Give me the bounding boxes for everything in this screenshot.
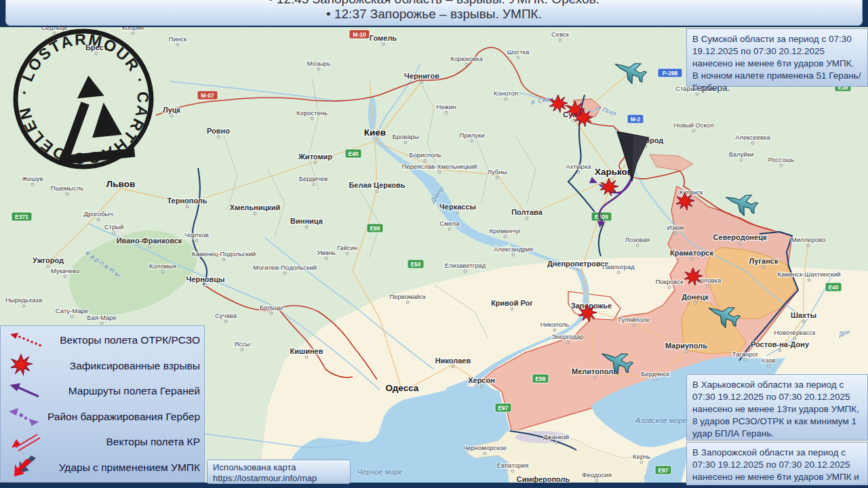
city-label: Черкассы xyxy=(439,203,476,211)
city-label: Бердянск xyxy=(641,370,669,378)
city-label: Лозовая xyxy=(625,236,650,243)
geo-label: Азовское море xyxy=(635,416,687,424)
city-label: Северодонецк xyxy=(713,233,767,241)
city-label: Новый Оскол xyxy=(674,121,714,129)
city-label: Валуйки xyxy=(729,150,754,158)
city-dot xyxy=(505,98,507,100)
otrk-vector-icon xyxy=(3,328,45,352)
city-dot xyxy=(448,228,451,230)
city-dot xyxy=(744,359,747,361)
city-label: Чернигов xyxy=(404,72,439,80)
info-box-zaporizhzhia: В Запорожской области за период с 07:30 … xyxy=(686,442,868,485)
city-dot xyxy=(22,304,25,307)
city-label: Днепропетровск xyxy=(547,260,609,268)
city-label: Николаев xyxy=(435,357,471,365)
legend-label: Векторы полета ОТРК/РСЗО xyxy=(45,334,200,346)
city-dot xyxy=(113,231,115,234)
city-dot xyxy=(668,286,671,289)
city-dot xyxy=(424,159,427,162)
city-label: Бровары xyxy=(392,133,418,140)
city-dot xyxy=(640,461,643,464)
city-dot xyxy=(674,232,677,235)
city-label: Бая-Маре xyxy=(87,314,117,321)
city-dot xyxy=(47,265,50,268)
legend-item-gerbera: Район барражирования Гербер xyxy=(3,405,200,428)
city-label: Сучава xyxy=(215,312,237,319)
city-label: Мукачево xyxy=(51,267,80,274)
city-dot xyxy=(692,129,695,132)
kr-vector-icon xyxy=(3,429,45,455)
city-label: Покровск xyxy=(656,278,684,285)
city-label: Кременчуг xyxy=(490,227,521,235)
road-badge-label: Е97 xyxy=(658,467,668,474)
city-label: Симферополь xyxy=(517,475,570,483)
legend-label: Маршруты полета Гераней xyxy=(45,385,200,397)
city-dot xyxy=(694,302,696,304)
city-dot xyxy=(170,115,173,117)
city-label: Мариуполь xyxy=(665,342,707,350)
city-label: Гайсин xyxy=(337,244,358,251)
city-dot xyxy=(305,356,308,359)
city-label: Конотоп xyxy=(494,89,518,97)
city-label: Яссы xyxy=(234,340,250,348)
city-dot xyxy=(305,226,308,228)
info-box-kharkiv-text: В Харьковской области за период с 07:30 … xyxy=(692,380,859,439)
info-box-sumy-text: В Сумской области за период с 07:30 19.1… xyxy=(692,34,861,93)
city-dot xyxy=(559,39,561,41)
city-dot xyxy=(778,349,781,352)
city-dot xyxy=(254,212,256,215)
road-badge-label: Е40 xyxy=(828,284,838,291)
city-dot xyxy=(325,257,328,260)
city-dot xyxy=(31,183,34,186)
city-label: Одесса xyxy=(386,383,419,393)
city-label: Борисполь xyxy=(409,151,441,159)
city-dot xyxy=(148,245,151,248)
geran-route-icon xyxy=(3,379,45,403)
city-label: Севск xyxy=(551,30,570,38)
city-label: Смела xyxy=(439,220,460,227)
city-dot xyxy=(222,258,225,261)
city-label: Краматорск xyxy=(670,249,713,257)
city-label: Коломыя xyxy=(149,262,176,270)
city-label: Кривой Рог xyxy=(491,299,533,307)
city-dot xyxy=(464,270,467,272)
city-label: Елизаветград xyxy=(445,262,486,269)
legend-label: Район барражирования Гербер xyxy=(45,411,200,423)
city-label: Харьков xyxy=(595,167,633,177)
city-dot xyxy=(312,183,315,186)
legend-panel: Векторы полета ОТРК/РСЗО Зафиксированные… xyxy=(0,325,205,483)
explosion-icon xyxy=(3,353,45,379)
road-badge-label: Р-298 xyxy=(663,70,678,77)
city-dot xyxy=(224,320,227,323)
road-badge-label: М-07 xyxy=(201,92,214,99)
city-dot xyxy=(517,56,519,59)
city-dot xyxy=(186,205,189,208)
city-label: Каменец-Подольский xyxy=(192,250,256,258)
info-box-kharkiv: В Харьковской области за период с 07:30 … xyxy=(686,374,868,441)
city-label: Александрия xyxy=(494,245,533,253)
legend-item-otrk: Векторы полета ОТРК/РСЗО xyxy=(3,329,200,352)
city-label: Ныредьхаза xyxy=(5,296,43,304)
city-dot xyxy=(807,244,810,247)
city-dot xyxy=(406,301,409,304)
city-dot xyxy=(566,341,569,344)
city-label: Ивано-Франковск xyxy=(117,237,182,245)
city-dot xyxy=(793,337,796,340)
city-label: Энергодар xyxy=(551,333,583,340)
city-label: Сату-Маре xyxy=(56,307,88,314)
city-label: Бельцы xyxy=(260,304,283,311)
road-badge-label: Е58 xyxy=(535,375,545,382)
city-dot xyxy=(420,81,423,83)
city-dot xyxy=(577,171,580,174)
city-label: Корюковка xyxy=(450,55,483,62)
city-label: Могилев-Подольский xyxy=(253,264,317,271)
city-label: Белая Церковь xyxy=(349,181,405,189)
city-label: Пшемысль xyxy=(51,184,83,192)
city-label: Тернополь xyxy=(167,197,207,205)
city-dot xyxy=(465,63,468,66)
city-dot xyxy=(751,142,754,144)
city-dot xyxy=(484,452,486,455)
attribution-link[interactable]: https://lostarmour.info/map xyxy=(213,473,344,484)
city-label: Новочеркасск xyxy=(774,329,816,336)
city-label: Бердичев xyxy=(299,175,328,182)
